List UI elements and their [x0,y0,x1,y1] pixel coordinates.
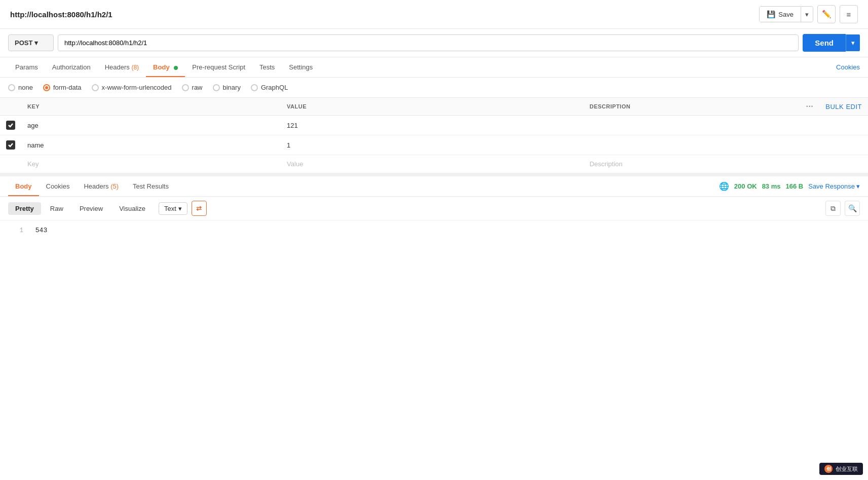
status-code: 200 OK [734,182,757,190]
copy-icon: ⧉ [831,204,836,213]
th-description: DESCRIPTION [583,98,800,116]
empty-actions-cell [800,155,819,173]
edit-icon: ✏️ [822,10,832,19]
empty-key-cell[interactable]: Key [21,155,281,173]
text-select-chevron-icon: ▾ [178,205,182,212]
response-tab-body[interactable]: Body [8,176,39,196]
radio-graphql-circle [251,84,258,91]
row-key-name[interactable]: name [21,135,281,155]
radio-none-circle [8,84,15,91]
response-tab-cookies[interactable]: Cookies [39,176,77,196]
url-input[interactable] [58,34,799,51]
response-value: 543 [35,227,47,234]
copy-button[interactable]: ⧉ [825,201,841,216]
radio-x-www[interactable]: x-www-form-urlencoded [92,84,172,91]
params-table: KEY VALUE DESCRIPTION ··· Bulk Edit [0,98,868,173]
row-value-age[interactable]: 121 [281,116,583,135]
table-row-empty: Key Value Description [0,155,868,173]
response-body: 1 543 [0,220,868,240]
method-label: POST [15,39,32,47]
tab-pre-request-script[interactable]: Pre-request Script [185,57,252,77]
response-tab-test-results[interactable]: Test Results [126,176,176,196]
radio-form-data[interactable]: form-data [43,84,82,91]
message-icon: ≡ [847,10,851,19]
th-bulk-edit: Bulk Edit [819,98,868,116]
bulk-edit-button[interactable]: Bulk Edit [825,103,862,110]
format-bar: Pretty Raw Preview Visualize Text ▾ ⇄ ⧉ … [0,197,868,220]
format-preview-button[interactable]: Preview [72,202,110,215]
search-button[interactable]: 🔍 [845,201,860,216]
response-section: Body Cookies Headers (5) Test Results 🌐 … [0,173,868,240]
row-value-name[interactable]: 1 [281,135,583,155]
radio-form-data-circle [43,84,50,91]
row-checkbox-name[interactable] [6,140,15,150]
send-chevron-button[interactable]: ▾ [846,34,860,51]
message-button[interactable]: ≡ [840,5,858,23]
wrap-button[interactable]: ⇄ [192,201,207,216]
row-desc-name[interactable] [583,135,800,155]
tab-body[interactable]: Body [146,57,185,77]
format-visualize-button[interactable]: Visualize [112,202,153,215]
format-raw-button[interactable]: Raw [43,202,70,215]
cookies-link[interactable]: Cookies [836,63,860,71]
save-button[interactable]: 💾 Save [760,7,801,22]
globe-icon: 🌐 [719,181,729,191]
table-row: name 1 [0,135,868,155]
th-checkbox [0,98,21,116]
row-key-age[interactable]: age [21,116,281,135]
tab-tests[interactable]: Tests [252,57,282,77]
top-bar-actions: 💾 Save ▾ ✏️ ≡ [759,5,858,23]
empty-value-cell[interactable]: Value [281,155,583,173]
row-actions-age [800,116,819,135]
radio-binary[interactable]: binary [213,84,241,91]
edit-button[interactable]: ✏️ [817,5,836,23]
row-checkbox-age[interactable] [6,121,15,130]
format-pretty-button[interactable]: Pretty [8,202,41,215]
th-value: VALUE [281,98,583,116]
method-chevron-icon: ▾ [34,39,38,47]
save-response-chevron-icon: ▾ [856,182,860,190]
radio-none[interactable]: none [8,84,33,91]
save-response-button[interactable]: Save Response ▾ [808,182,860,190]
row-desc-age[interactable] [583,116,800,135]
empty-bulk-cell [819,155,868,173]
request-tabs-bar: Params Authorization Headers (8) Body Pr… [0,57,868,78]
radio-raw[interactable]: raw [182,84,203,91]
save-button-group: 💾 Save ▾ [759,6,813,22]
empty-desc-cell[interactable]: Description [583,155,800,173]
body-options: none form-data x-www-form-urlencoded raw… [0,78,868,98]
response-time: 83 ms [762,182,781,190]
text-format-select[interactable]: Text ▾ [159,202,187,215]
method-select[interactable]: POST ▾ [8,34,54,51]
row-bulk-name [819,135,868,155]
tab-settings[interactable]: Settings [282,57,320,77]
send-button-group: Send ▾ [803,34,860,52]
row-checkbox-cell [0,116,21,135]
page-title: http://localhost:8080/h1/h2/1 [10,10,112,19]
th-actions: ··· [800,98,819,116]
response-tab-headers[interactable]: Headers (5) [77,176,126,196]
response-tabs-bar: Body Cookies Headers (5) Test Results 🌐 … [0,176,868,197]
wrap-icon: ⇄ [196,205,202,212]
search-icon: 🔍 [848,204,857,212]
th-key: KEY [21,98,281,116]
save-icon: 💾 [767,10,775,18]
save-chevron-button[interactable]: ▾ [801,7,813,22]
radio-raw-circle [182,84,189,91]
send-button[interactable]: Send [803,34,846,52]
response-size: 166 B [786,182,804,190]
radio-x-www-circle [92,84,99,91]
response-status-area: 🌐 200 OK 83 ms 166 B Save Response ▾ [719,181,860,191]
line-number: 1 [8,227,23,234]
row-checkbox-cell [0,135,21,155]
row-bulk-age [819,116,868,135]
radio-graphql[interactable]: GraphQL [251,84,288,91]
request-bar: POST ▾ Send ▾ [0,29,868,57]
empty-checkbox-cell [0,155,21,173]
table-row: age 121 [0,116,868,135]
table-options-icon[interactable]: ··· [806,102,813,110]
top-bar: http://localhost:8080/h1/h2/1 💾 Save ▾ ✏… [0,0,868,29]
tab-headers[interactable]: Headers (8) [98,57,146,77]
tab-authorization[interactable]: Authorization [45,57,98,77]
tab-params[interactable]: Params [8,57,45,77]
